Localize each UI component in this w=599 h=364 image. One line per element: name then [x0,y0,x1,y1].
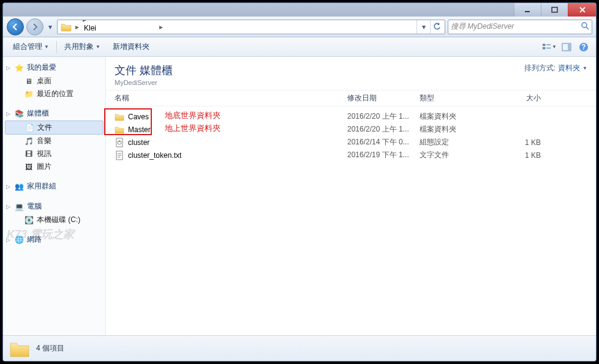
txt-icon [115,150,124,160]
search-placeholder: 搜尋 MyDediServer [451,21,581,32]
desktop-icon: 🖥 [24,76,34,86]
chevron-right-icon[interactable]: ▸ [81,20,88,24]
annotation-text: 地底世界資料夾 [165,110,220,121]
column-size[interactable]: 大小 [488,93,541,103]
status-bar: 4 個項目 [3,335,596,361]
sidebar-libraries-header[interactable]: ▷📚媒體櫃 [3,106,105,121]
file-size: 1 KB [488,138,541,147]
svg-rect-6 [546,47,551,48]
search-icon [581,21,589,32]
new-folder-button[interactable]: 新增資料夾 [108,39,154,54]
folder-icon [115,112,124,122]
nav-history-dropdown[interactable]: ▾ [46,20,55,34]
file-size: 1 KB [488,151,541,160]
annotation-text: 地上世界資料夾 [165,123,220,134]
svg-rect-5 [546,44,551,45]
svg-rect-0 [525,11,530,12]
sidebar-item-recent[interactable]: 📁最近的位置 [3,87,105,100]
sidebar: ▷⭐我的最愛 🖥桌面 📁最近的位置 ▷📚媒體櫃 📄文件 🎵音樂 🎞視訊 🖼圖片 … [3,57,106,335]
sidebar-network-header[interactable]: ▷🌐網路 [3,232,105,247]
main-pane: 文件 媒體櫃 MyDediServer 排列方式: 資料夾 ▼ 名稱 修改日期 … [106,57,596,335]
libraries-icon: 📚 [14,109,24,119]
file-date: 2016/2/20 上午 1... [347,111,420,122]
column-name[interactable]: 名稱 [115,93,347,103]
folder-icon [9,340,30,358]
column-headers[interactable]: 名稱 修改日期 類型 大小 [106,91,596,106]
picture-icon: 🖼 [24,162,34,172]
file-list: Caves2016/2/20 上午 1...檔案資料夾Master2016/2/… [106,106,596,165]
svg-rect-1 [552,7,557,12]
forward-button[interactable] [26,18,43,35]
file-name: Master [128,125,151,134]
column-date[interactable]: 修改日期 [347,93,420,103]
file-date: 2016/2/20 上午 1... [347,124,420,135]
item-count: 4 個項目 [36,343,64,354]
music-icon: 🎵 [24,136,34,146]
drive-icon: 💽 [24,215,34,225]
library-subtitle: MyDediServer [115,79,173,86]
file-type: 組態設定 [420,137,488,147]
toolbar: 組合管理 ▼ 共用對象 ▼ 新增資料夾 ▼ ? [3,37,596,57]
svg-rect-3 [543,43,545,46]
document-icon: 📄 [24,123,34,133]
sidebar-computer-header[interactable]: ▷💻電腦 [3,199,105,214]
star-icon: ⭐ [14,63,24,73]
sidebar-favorites-header[interactable]: ▷⭐我的最愛 [3,61,105,75]
address-bar[interactable]: ▸ 媒體櫃▸文件▸Klei▸DoNotStarveTogether▸MyDedi… [57,20,445,34]
address-dropdown-button[interactable]: ▾ [416,20,430,34]
file-row[interactable]: cluster_token.txt2016/2/19 下午 1...文字文件1 … [115,149,587,162]
sidebar-homegroup-header[interactable]: ▷👥家用群組 [3,179,105,193]
file-date: 2016/2/19 下午 1... [347,150,420,160]
svg-rect-13 [119,141,120,142]
file-type: 文字文件 [420,150,488,160]
arrange-by[interactable]: 排列方式: 資料夾 ▼ [524,63,587,73]
close-button[interactable] [568,3,596,17]
file-type: 檔案資料夾 [420,124,488,135]
file-date: 2016/2/14 下午 0... [347,137,420,147]
file-type: 檔案資料夾 [420,111,488,122]
sidebar-item-desktop[interactable]: 🖥桌面 [3,75,105,87]
sidebar-item-drive-c[interactable]: 💽本機磁碟 (C:) [3,214,105,226]
preview-pane-button[interactable] [559,40,574,54]
minimize-button[interactable] [514,3,541,17]
chevron-right-icon[interactable]: ▸ [73,23,81,31]
chevron-right-icon[interactable]: ▸ [157,23,165,31]
sidebar-item-music[interactable]: 🎵音樂 [3,135,105,147]
network-icon: 🌐 [14,235,24,245]
library-title: 文件 媒體櫃 [115,63,173,78]
file-row[interactable]: cluster2016/2/14 下午 0...組態設定1 KB [115,136,587,149]
refresh-button[interactable] [430,20,443,34]
view-button[interactable]: ▼ [542,40,557,54]
file-name: cluster_token.txt [128,151,181,160]
maximize-button[interactable] [541,3,568,17]
svg-rect-4 [543,47,545,50]
svg-point-2 [582,23,587,28]
sidebar-item-videos[interactable]: 🎞視訊 [3,147,105,160]
share-button[interactable]: 共用對象 ▼ [59,39,105,54]
back-button[interactable] [7,18,24,35]
folder-icon [115,125,124,135]
recent-icon: 📁 [24,89,34,99]
search-box[interactable]: 搜尋 MyDediServer [448,20,592,34]
file-name: Caves [128,113,149,121]
svg-text:?: ? [581,43,586,51]
chevron-right-icon[interactable]: ▸ [81,32,88,34]
video-icon: 🎞 [24,149,34,159]
organize-button[interactable]: 組合管理 ▼ [8,39,54,54]
breadcrumb-Klei[interactable]: Klei [81,24,157,32]
computer-icon: 💻 [14,202,24,212]
column-type[interactable]: 類型 [420,93,488,103]
file-name: cluster [128,138,149,147]
titlebar [3,3,596,17]
navbar: ▾ ▸ 媒體櫃▸文件▸Klei▸DoNotStarveTogether▸MyDe… [3,17,596,37]
svg-rect-8 [568,43,571,51]
folder-icon [61,21,72,32]
sidebar-item-pictures[interactable]: 🖼圖片 [3,160,105,173]
explorer-window: ▾ ▸ 媒體櫃▸文件▸Klei▸DoNotStarveTogether▸MyDe… [2,2,597,362]
help-button[interactable]: ? [576,40,591,54]
homegroup-icon: 👥 [14,182,24,191]
ini-icon [115,138,124,147]
sidebar-item-documents[interactable]: 📄文件 [5,121,104,135]
